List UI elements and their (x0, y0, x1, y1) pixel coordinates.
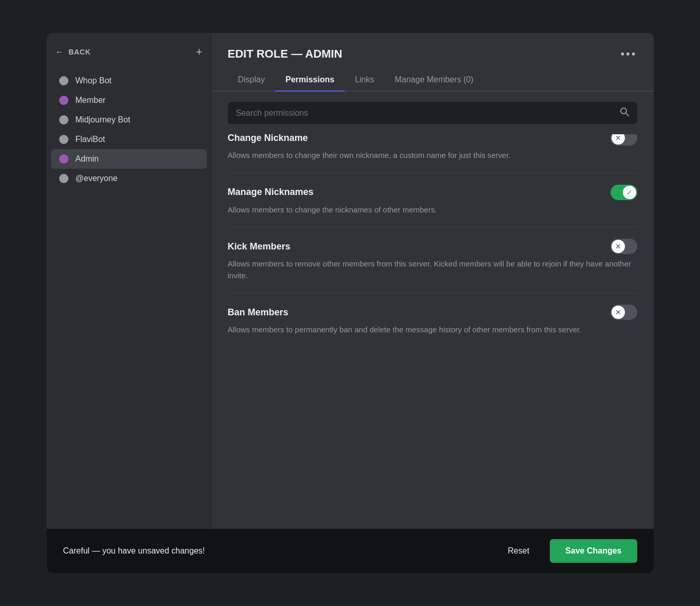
toggle-ban-members[interactable]: ✕ (611, 305, 637, 320)
sidebar-item-whop-bot[interactable]: Whop Bot (51, 71, 207, 91)
sidebar-item-everyone[interactable]: @everyone (51, 169, 207, 188)
role-dot-everyone (59, 174, 68, 183)
toggle-knob-kick-members: ✕ (612, 240, 625, 253)
toggle-change-nickname[interactable]: ✕ (611, 134, 637, 146)
permission-item-manage-nicknames: Manage Nicknames✓Allows members to chang… (228, 173, 637, 227)
back-arrow-icon: ← (55, 47, 65, 58)
toggle-knob-ban-members: ✕ (612, 306, 625, 319)
role-label-admin: Admin (76, 154, 99, 164)
permission-item-ban-members: Ban Members✕Allows members to permanentl… (228, 293, 637, 347)
permission-item-change-nickname: Change Nickname✕Allows members to change… (228, 134, 637, 173)
role-dot-admin (59, 154, 68, 164)
toggle-knob-change-nickname: ✕ (612, 134, 625, 145)
permission-name-kick-members: Kick Members (228, 241, 291, 252)
check-icon: ✓ (626, 188, 633, 197)
x-icon: ✕ (615, 134, 621, 142)
role-label-midjourney-bot: Midjourney Bot (76, 115, 131, 124)
role-dot-flavibot (59, 135, 68, 144)
permission-header-manage-nicknames: Manage Nicknames✓ (228, 185, 637, 200)
sidebar: ← BACK + Whop BotMemberMidjourney BotFla… (47, 33, 211, 573)
sidebar-item-flavibot[interactable]: FlaviBot (51, 130, 207, 149)
back-button[interactable]: ← BACK (55, 47, 91, 58)
role-dot-midjourney-bot (59, 115, 68, 124)
permission-name-manage-nicknames: Manage Nicknames (228, 187, 314, 198)
tab-permissions[interactable]: Permissions (275, 69, 345, 92)
permission-desc-kick-members: Allows members to remove other members f… (228, 258, 637, 281)
permission-name-change-nickname: Change Nickname (228, 134, 308, 144)
role-dot-member (59, 96, 68, 105)
permission-item-kick-members: Kick Members✕Allows members to remove ot… (228, 227, 637, 293)
role-label-flavibot: FlaviBot (76, 135, 105, 144)
tab-manage-members[interactable]: Manage Members (0) (384, 69, 483, 92)
add-role-button[interactable]: + (196, 45, 203, 59)
toggle-knob-manage-nicknames: ✓ (623, 186, 636, 199)
toggle-manage-nicknames[interactable]: ✓ (611, 185, 637, 200)
roles-list: Whop BotMemberMidjourney BotFlaviBotAdmi… (47, 71, 211, 188)
toggle-kick-members[interactable]: ✕ (611, 239, 637, 254)
unsaved-warning: Careful — you have unsaved changes! (63, 546, 488, 556)
role-dot-whop-bot (59, 76, 68, 85)
role-label-member: Member (76, 96, 106, 105)
page-title: EDIT ROLE — ADMIN (228, 47, 343, 61)
search-bar (228, 102, 637, 124)
permission-header-kick-members: Kick Members✕ (228, 239, 637, 254)
sidebar-item-member[interactable]: Member (51, 91, 207, 110)
permission-name-ban-members: Ban Members (228, 307, 289, 318)
sidebar-item-midjourney-bot[interactable]: Midjourney Bot (51, 110, 207, 130)
search-input[interactable] (236, 109, 615, 118)
main-header: EDIT ROLE — ADMIN ••• (211, 33, 654, 61)
tabs-bar: DisplayPermissionsLinksManage Members (0… (211, 69, 654, 92)
sidebar-header: ← BACK + (47, 45, 211, 71)
reset-button[interactable]: Reset (497, 540, 540, 562)
app-container: ← BACK + Whop BotMemberMidjourney BotFla… (47, 33, 654, 573)
permission-header-ban-members: Ban Members✕ (228, 305, 637, 320)
role-label-everyone: @everyone (76, 174, 118, 183)
tab-links[interactable]: Links (345, 69, 384, 92)
svg-line-1 (626, 113, 629, 116)
back-label: BACK (68, 48, 91, 56)
role-label-whop-bot: Whop Bot (76, 76, 112, 85)
permission-desc-change-nickname: Allows members to change their own nickn… (228, 150, 637, 162)
bottom-bar: Careful — you have unsaved changes! Rese… (47, 529, 654, 573)
sidebar-item-admin[interactable]: Admin (51, 149, 207, 169)
x-icon: ✕ (615, 308, 621, 316)
search-icon (620, 107, 629, 119)
permission-desc-ban-members: Allows members to permanently ban and de… (228, 324, 637, 336)
permission-header-change-nickname: Change Nickname✕ (228, 134, 637, 146)
permission-desc-manage-nicknames: Allows members to change the nicknames o… (228, 204, 637, 216)
x-icon: ✕ (615, 242, 621, 251)
tab-display[interactable]: Display (228, 69, 275, 92)
more-options-button[interactable]: ••• (620, 47, 637, 61)
main-content: EDIT ROLE — ADMIN ••• DisplayPermissions… (211, 33, 654, 573)
permissions-list: Change Nickname✕Allows members to change… (211, 134, 654, 573)
save-changes-button[interactable]: Save Changes (550, 539, 637, 563)
